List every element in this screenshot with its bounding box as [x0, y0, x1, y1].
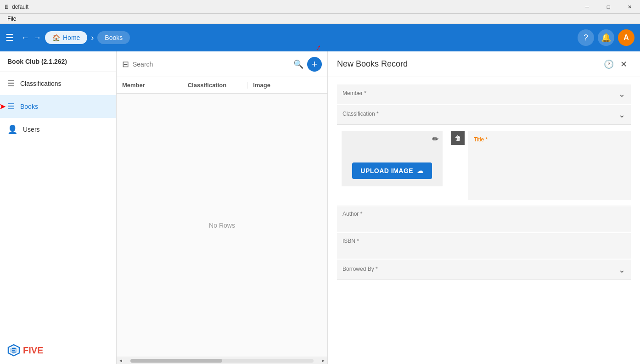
sidebar-logo: FIVE	[0, 336, 116, 364]
scroll-thumb	[130, 359, 222, 363]
filter-icon[interactable]: ⊟	[122, 59, 129, 69]
classification-field: Classification * ⌄	[337, 105, 631, 125]
main-layout: Book Club (2.1.262) ☰ Classifications ➤ …	[0, 51, 640, 364]
detail-body: Member * ⌄ Classification * ⌄ ✏	[328, 77, 640, 364]
maximize-button[interactable]: □	[598, 0, 619, 14]
edit-image-icon[interactable]: ✏	[432, 134, 439, 144]
forward-button[interactable]: →	[33, 33, 41, 43]
isbn-field-row: ISBN *	[342, 238, 625, 246]
borrowed-by-field: Borrowed By * ⌄	[337, 260, 631, 280]
delete-image-button[interactable]: 🗑	[451, 131, 465, 145]
titlebar-title: default	[12, 4, 28, 10]
sidebar: Book Club (2.1.262) ☰ Classifications ➤ …	[0, 51, 117, 364]
scrollbar-area: ◄ ►	[117, 357, 327, 364]
home-nav-button[interactable]: 🏠 Home	[45, 31, 87, 44]
no-rows-message: No Rows	[117, 94, 327, 357]
member-label: Member *	[342, 90, 618, 96]
titlebar-controls: ─ □ ✕	[577, 0, 640, 14]
help-button[interactable]: ?	[578, 29, 594, 46]
title-field: Title *	[468, 131, 631, 200]
plus-icon: +	[312, 58, 318, 70]
close-detail-button[interactable]: ✕	[616, 57, 631, 72]
image-title-section: ✏ UPLOAD IMAGE ☁ 🗑 Title *	[337, 126, 631, 206]
app-icon: 🖥	[4, 4, 9, 10]
search-icon[interactable]: 🔍	[293, 59, 303, 69]
upload-image-button[interactable]: UPLOAD IMAGE ☁	[352, 162, 432, 179]
titlebar: 🖥 default ─ □ ✕	[0, 0, 640, 14]
sidebar-arrow: ➤	[0, 101, 6, 112]
isbn-input[interactable]	[342, 246, 625, 254]
home-icon: 🏠	[52, 34, 60, 41]
member-field: Member * ⌄	[337, 84, 631, 104]
content-toolbar: ⊟ 🔍 ↑ +	[117, 51, 327, 77]
cloud-upload-icon: ☁	[417, 167, 424, 174]
hamburger-icon[interactable]: ☰	[6, 32, 14, 43]
five-logo-text: FIVE	[23, 345, 43, 356]
member-select-arrow[interactable]: ⌄	[618, 89, 625, 99]
isbn-field: ISBN *	[337, 233, 631, 259]
title-label: Title *	[474, 136, 488, 143]
five-logo-icon	[7, 344, 20, 357]
content-area: ⊟ 🔍 ↑ + Member Classification Image No R…	[117, 51, 328, 364]
detail-panel: New Books Record 🕐 ✕ Member * ⌄ Classifi…	[328, 51, 640, 364]
books-icon: ☰	[7, 101, 15, 112]
sidebar-item-users[interactable]: 👤 Users	[0, 118, 116, 141]
borrowed-by-label: Borrowed By *	[342, 266, 618, 272]
upload-label: UPLOAD IMAGE	[360, 167, 413, 174]
close-button[interactable]: ✕	[619, 0, 640, 14]
column-image: Image	[247, 82, 313, 89]
image-placeholder: ✏ UPLOAD IMAGE ☁	[342, 131, 443, 186]
avatar-button[interactable]: A	[618, 29, 634, 46]
sidebar-item-label: Books	[20, 103, 38, 110]
app-title: Book Club (2.1.262)	[0, 51, 116, 72]
detail-title: New Books Record	[337, 59, 601, 69]
column-member: Member	[122, 82, 182, 89]
column-classification: Classification	[182, 82, 247, 89]
isbn-label: ISBN *	[342, 238, 625, 244]
sidebar-item-books[interactable]: ➤ ☰ Books	[0, 95, 116, 118]
add-record-button[interactable]: +	[307, 57, 322, 72]
classification-select-arrow[interactable]: ⌄	[618, 110, 625, 120]
author-label: Author *	[342, 211, 625, 217]
scroll-right-arrow[interactable]: ►	[321, 358, 326, 363]
classification-label: Classification *	[342, 111, 618, 117]
borrowed-by-select-arrow[interactable]: ⌄	[618, 265, 625, 275]
add-button-wrapper: ↑ +	[307, 57, 322, 72]
back-button[interactable]: ←	[21, 33, 29, 43]
author-input[interactable]	[342, 219, 625, 227]
file-menu[interactable]: File	[4, 16, 20, 22]
title-input[interactable]	[474, 143, 625, 189]
image-upload-area: ✏ UPLOAD IMAGE ☁	[337, 131, 447, 200]
scroll-left-arrow[interactable]: ◄	[118, 358, 123, 363]
table-header: Member Classification Image	[117, 77, 327, 94]
author-field: Author *	[337, 206, 631, 232]
users-icon: 👤	[7, 124, 17, 134]
search-input[interactable]	[133, 61, 290, 68]
classifications-icon: ☰	[7, 78, 15, 89]
classification-field-row: Classification * ⌄	[342, 110, 625, 120]
books-nav-button[interactable]: Books	[97, 31, 130, 44]
borrowed-by-field-row: Borrowed By * ⌄	[342, 265, 625, 275]
image-actions: 🗑	[451, 131, 465, 200]
sidebar-item-label: Users	[23, 126, 40, 133]
breadcrumb-arrow: ›	[91, 33, 94, 43]
history-button[interactable]: 🕐	[601, 57, 616, 72]
scroll-track[interactable]	[130, 359, 314, 363]
author-field-row: Author *	[342, 211, 625, 219]
minimize-button[interactable]: ─	[577, 0, 598, 14]
detail-header: New Books Record 🕐 ✕	[328, 51, 640, 77]
app-header: ☰ ← → 🏠 Home › Books ? 🔔 A	[0, 24, 640, 51]
menubar: File	[0, 14, 640, 24]
member-field-row: Member * ⌄	[342, 89, 625, 99]
sidebar-item-label: Classifications	[20, 80, 61, 87]
sidebar-item-classifications[interactable]: ☰ Classifications	[0, 72, 116, 95]
notification-button[interactable]: 🔔	[598, 29, 614, 46]
